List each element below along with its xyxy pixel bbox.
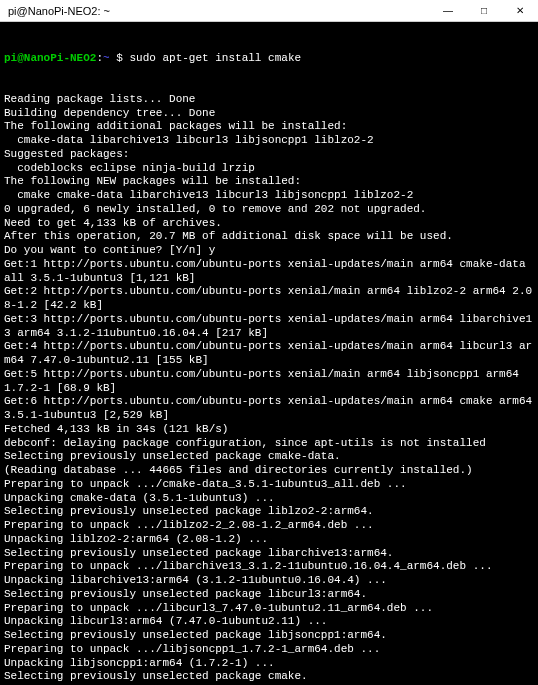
- output-line: Selecting previously unselected package …: [4, 588, 534, 602]
- window-titlebar: pi@NanoPi-NEO2: ~ — □ ✕: [0, 0, 538, 22]
- output-line: Preparing to unpack .../libcurl3_7.47.0-…: [4, 602, 534, 616]
- output-line: debconf: delaying package configuration,…: [4, 437, 534, 451]
- output-line: Get:4 http://ports.ubuntu.com/ubuntu-por…: [4, 340, 534, 368]
- prompt-line: pi@NanoPi-NEO2:~ $ sudo apt-get install …: [4, 52, 534, 66]
- output-line: Building dependency tree... Done: [4, 107, 534, 121]
- output-line: Get:3 http://ports.ubuntu.com/ubuntu-por…: [4, 313, 534, 341]
- prompt-path: ~: [103, 52, 110, 64]
- output-line: Preparing to unpack .../liblzo2-2_2.08-1…: [4, 519, 534, 533]
- output-line: Unpacking libarchive13:arm64 (3.1.2-11ub…: [4, 574, 534, 588]
- output-line: The following NEW packages will be insta…: [4, 175, 534, 189]
- output-line: Selecting previously unselected package …: [4, 505, 534, 519]
- minimize-button[interactable]: —: [430, 0, 466, 21]
- terminal-output: Reading package lists... DoneBuilding de…: [4, 93, 534, 685]
- output-line: Preparing to unpack .../libjsoncpp1_1.7.…: [4, 643, 534, 657]
- output-line: Do you want to continue? [Y/n] y: [4, 244, 534, 258]
- output-line: cmake cmake-data libarchive13 libcurl3 l…: [4, 189, 534, 203]
- output-line: Selecting previously unselected package …: [4, 450, 534, 464]
- output-line: Need to get 4,133 kB of archives.: [4, 217, 534, 231]
- output-line: Unpacking libcurl3:arm64 (7.47.0-1ubuntu…: [4, 615, 534, 629]
- output-line: Fetched 4,133 kB in 34s (121 kB/s): [4, 423, 534, 437]
- output-line: Unpacking libjsoncpp1:arm64 (1.7.2-1) ..…: [4, 657, 534, 671]
- maximize-button[interactable]: □: [466, 0, 502, 21]
- output-line: Preparing to unpack .../cmake-data_3.5.1…: [4, 478, 534, 492]
- output-line: Suggested packages:: [4, 148, 534, 162]
- output-line: Reading package lists... Done: [4, 93, 534, 107]
- output-line: Get:2 http://ports.ubuntu.com/ubuntu-por…: [4, 285, 534, 313]
- output-line: cmake-data libarchive13 libcurl3 libjson…: [4, 134, 534, 148]
- output-line: Get:6 http://ports.ubuntu.com/ubuntu-por…: [4, 395, 534, 423]
- command-input: sudo apt-get install cmake: [129, 52, 301, 64]
- output-line: Unpacking cmake-data (3.5.1-1ubuntu3) ..…: [4, 492, 534, 506]
- output-line: Selecting previously unselected package …: [4, 547, 534, 561]
- output-line: The following additional packages will b…: [4, 120, 534, 134]
- output-line: Unpacking liblzo2-2:arm64 (2.08-1.2) ...: [4, 533, 534, 547]
- output-line: (Reading database ... 44665 files and di…: [4, 464, 534, 478]
- output-line: Get:1 http://ports.ubuntu.com/ubuntu-por…: [4, 258, 534, 286]
- output-line: Selecting previously unselected package …: [4, 670, 534, 684]
- window-title: pi@NanoPi-NEO2: ~: [8, 5, 110, 17]
- output-line: codeblocks eclipse ninja-build lrzip: [4, 162, 534, 176]
- prompt-userhost: pi@NanoPi-NEO2: [4, 52, 96, 64]
- output-line: Get:5 http://ports.ubuntu.com/ubuntu-por…: [4, 368, 534, 396]
- output-line: After this operation, 20.7 MB of additio…: [4, 230, 534, 244]
- terminal-area[interactable]: pi@NanoPi-NEO2:~ $ sudo apt-get install …: [0, 22, 538, 685]
- close-button[interactable]: ✕: [502, 0, 538, 21]
- window-controls: — □ ✕: [430, 0, 538, 21]
- output-line: Preparing to unpack .../libarchive13_3.1…: [4, 560, 534, 574]
- output-line: 0 upgraded, 6 newly installed, 0 to remo…: [4, 203, 534, 217]
- output-line: Selecting previously unselected package …: [4, 629, 534, 643]
- prompt-dollar: $: [110, 52, 130, 64]
